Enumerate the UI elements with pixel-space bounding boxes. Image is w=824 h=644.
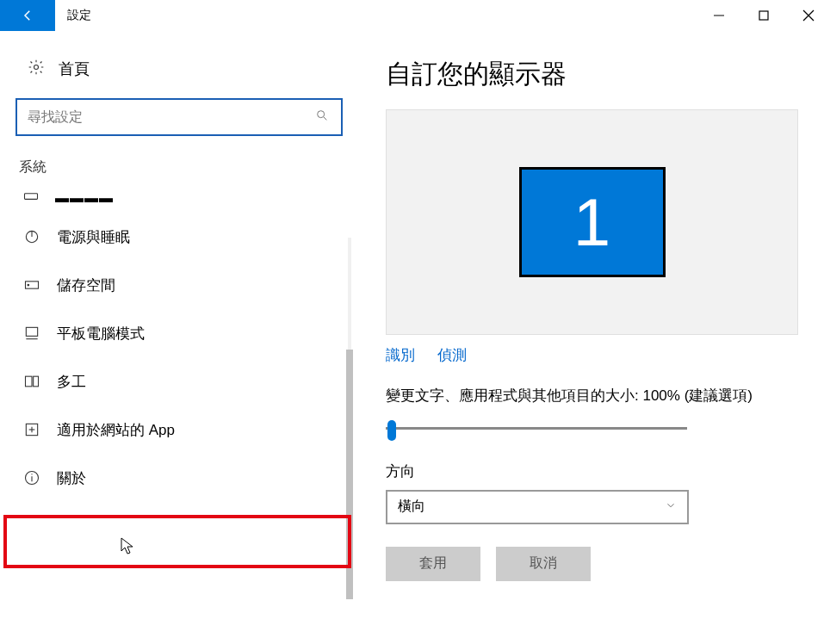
svg-point-11 — [28, 284, 29, 286]
chevron-down-icon — [665, 499, 677, 515]
display-preview[interactable]: 1 — [386, 109, 798, 335]
home-nav[interactable]: 首頁 — [15, 46, 362, 91]
nav-item-tablet[interactable]: 平板電腦模式 — [15, 309, 362, 357]
dropdown-value: 橫向 — [398, 498, 425, 516]
svg-rect-14 — [26, 376, 33, 387]
identify-link[interactable]: 識別 — [386, 345, 415, 365]
storage-icon — [22, 276, 41, 294]
nav-item-storage[interactable]: 儲存空間 — [15, 261, 362, 309]
maximize-button[interactable] — [753, 5, 774, 26]
sidebar: 首頁 系統 ▬▬▬▬ 電源與睡眠 儲存空間 — [0, 31, 362, 644]
info-icon — [22, 469, 41, 486]
multitask-icon — [22, 373, 41, 390]
nav-label: 多工 — [57, 372, 86, 392]
svg-rect-15 — [34, 376, 39, 387]
minimize-button[interactable] — [709, 5, 729, 26]
home-label: 首頁 — [59, 59, 90, 79]
search-input[interactable] — [28, 109, 331, 125]
tablet-icon — [22, 325, 41, 342]
nav-item-partial[interactable]: ▬▬▬▬ — [15, 183, 362, 213]
nav-item-multitask[interactable]: 多工 — [15, 357, 362, 406]
nav-label: 關於 — [57, 468, 86, 488]
nav-label: 平板電腦模式 — [57, 324, 145, 344]
svg-point-4 — [34, 65, 39, 70]
detect-link[interactable]: 偵測 — [437, 345, 467, 365]
nav-item-apps-websites[interactable]: 適用於網站的 App — [15, 406, 362, 454]
gear-icon — [28, 59, 45, 79]
scale-label: 變更文字、應用程式與其他項目的大小: 100% (建議選項) — [386, 386, 798, 406]
section-label: 系統 — [19, 158, 362, 176]
nav-item-about[interactable]: 關於 — [15, 454, 362, 502]
close-button[interactable] — [798, 5, 819, 26]
page-title: 自訂您的顯示器 — [386, 57, 798, 92]
search-input-container[interactable] — [15, 98, 343, 136]
cursor-icon — [121, 537, 136, 560]
title-bar: 設定 — [0, 0, 824, 31]
svg-rect-12 — [26, 327, 37, 336]
svg-point-21 — [31, 474, 32, 474]
scrollbar-thumb[interactable] — [346, 350, 353, 599]
window-title: 設定 — [67, 8, 91, 23]
content-panel: 自訂您的顯示器 1 識別 偵測 變更文字、應用程式與其他項目的大小: 100% … — [362, 31, 824, 644]
search-icon — [315, 108, 329, 126]
generic-icon — [22, 188, 40, 208]
orientation-label: 方向 — [386, 461, 798, 481]
monitor-1[interactable]: 1 — [519, 167, 666, 277]
slider-track — [386, 427, 687, 430]
svg-line-6 — [324, 117, 326, 120]
arrow-left-icon — [20, 8, 35, 23]
nav-label: 儲存空間 — [57, 276, 115, 295]
slider-thumb[interactable] — [387, 420, 396, 441]
orientation-dropdown[interactable]: 橫向 — [386, 490, 689, 524]
scale-slider[interactable] — [386, 418, 687, 439]
nav-label: 電源與睡眠 — [57, 227, 130, 247]
svg-rect-1 — [759, 11, 768, 20]
apply-button[interactable]: 套用 — [386, 547, 480, 581]
back-button[interactable] — [0, 0, 55, 31]
nav-label: 適用於網站的 App — [57, 420, 175, 440]
apps-icon — [22, 421, 41, 438]
nav-item-power[interactable]: 電源與睡眠 — [15, 213, 362, 261]
cancel-button[interactable]: 取消 — [496, 547, 591, 581]
window-controls — [709, 0, 819, 31]
svg-rect-7 — [25, 194, 38, 200]
svg-point-5 — [318, 111, 325, 118]
power-icon — [22, 228, 41, 245]
